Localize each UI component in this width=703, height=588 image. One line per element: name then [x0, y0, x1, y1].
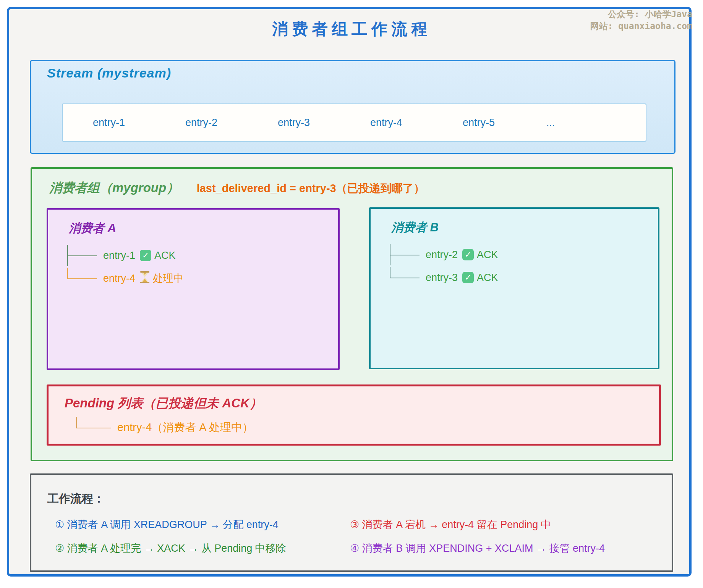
pending-list-box: Pending 列表（已投递但未 ACK） entry-4（消费者 A 处理中）: [47, 384, 661, 446]
ack-check-icon: ✓: [140, 250, 151, 261]
consumer-a-box: 消费者 A entry-1 ✓ ACK entry-4: [47, 208, 340, 370]
ack-check-icon: ✓: [462, 272, 474, 283]
workflow-step-3: ③ 消费者 A 宕机 → entry-4 留在 Pending 中: [350, 518, 551, 531]
stream-entry: entry-1: [63, 117, 155, 129]
consumer-a-title: 消费者 A: [69, 220, 116, 236]
stream-entry: entry-4: [340, 117, 432, 129]
ack-check-icon: ✓: [462, 249, 474, 260]
tree-branch-icon: [76, 420, 111, 435]
stream-entry: entry-3: [248, 117, 340, 129]
workflow-box: 工作流程： ① 消费者 A 调用 XREADGROUP → 分配 entry-4…: [30, 473, 673, 572]
consumer-b-box: 消费者 B entry-2 ✓ ACK entry-3 ✓ ACK: [369, 207, 659, 369]
last-delivered-id-label: last_delivered_id = entry-3（已投递到哪了）: [197, 182, 425, 194]
stream-label: Stream (mystream): [47, 66, 171, 81]
tree-branch-icon: [67, 271, 97, 286]
entry-label: entry-2: [426, 249, 458, 261]
hourglass-icon: [140, 271, 150, 286]
workflow-step-2: ② 消费者 A 处理完 → XACK → 从 Pending 中移除: [55, 541, 286, 555]
entry-status: 处理中: [153, 271, 184, 285]
consumer-group-box: 消费者组（mygroup） last_delivered_id = entry-…: [31, 167, 673, 461]
entry-status: ACK: [154, 250, 176, 262]
consumer-b-entry-row: entry-2 ✓ ACK: [390, 247, 498, 262]
stream-entry-list: entry-1 entry-2 entry-3 entry-4 entry-5 …: [62, 103, 646, 142]
consumer-a-entry-row: entry-1 ✓ ACK: [67, 248, 176, 263]
consumer-group-header: 消费者组（mygroup） last_delivered_id = entry-…: [49, 179, 425, 197]
entry-status: ACK: [477, 249, 498, 261]
consumer-b-entry-row: entry-3 ✓ ACK: [390, 270, 498, 285]
stream-box: Stream (mystream) entry-1 entry-2 entry-…: [30, 60, 675, 154]
tree-branch-icon: [390, 247, 420, 262]
pending-entry-label: entry-4（消费者 A 处理中）: [117, 420, 253, 435]
tree-branch-icon: [390, 270, 420, 285]
pending-entry-row: entry-4（消费者 A 处理中）: [76, 420, 253, 435]
stream-entry: entry-2: [155, 117, 248, 129]
stream-entry-ellipsis: ...: [525, 117, 576, 129]
entry-status: ACK: [477, 272, 498, 284]
page-title: 消费者组工作流程: [0, 18, 703, 40]
tree-branch-icon: [67, 248, 97, 263]
consumer-group-label: 消费者组（mygroup）: [49, 181, 179, 195]
entry-label: entry-4: [103, 273, 135, 284]
stream-entry: entry-5: [432, 117, 525, 129]
workflow-step-1: ① 消费者 A 调用 XREADGROUP → 分配 entry-4: [55, 518, 279, 531]
consumer-b-title: 消费者 B: [391, 220, 439, 236]
workflow-title: 工作流程：: [47, 491, 105, 507]
diagram-canvas: 公众号: 小哈学Java 网站: quanxiaoha.com 消费者组工作流程…: [0, 0, 703, 588]
entry-label: entry-3: [426, 272, 458, 284]
consumer-a-entry-row: entry-4 处理中: [67, 271, 184, 286]
pending-list-title: Pending 列表（已投递但未 ACK）: [65, 395, 262, 412]
entry-label: entry-1: [103, 250, 135, 262]
workflow-step-4: ④ 消费者 B 调用 XPENDING + XCLAIM → 接管 entry-…: [350, 541, 605, 555]
